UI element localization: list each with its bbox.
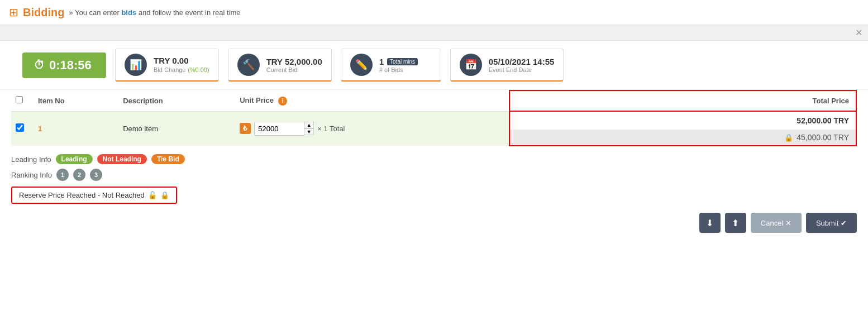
end-date-label: Event End Date	[489, 66, 555, 73]
currency-icon: ₺	[240, 123, 251, 134]
current-bid-label: Current Bid	[266, 66, 322, 73]
page-subtitle: » You can enter bids and follow the even…	[69, 8, 240, 17]
ranking-info-row: Ranking Info 1 2 3	[11, 169, 857, 181]
col-description: Description	[118, 90, 235, 111]
ranking-info-label: Ranking Info	[11, 171, 52, 179]
table-section: Item No Description Unit Price i Total P…	[0, 90, 868, 146]
info-icon[interactable]: i	[278, 97, 287, 106]
stat-card-current-bid: 🔨 TRY 52,000.00 Current Bid	[228, 49, 332, 82]
stat-card-end-date: 📅 05/10/2021 14:55 Event End Date	[450, 49, 564, 82]
row-unit-price-cell: ₺ ▲ ▼ × 1 Total	[235, 111, 509, 146]
bid-change-extra: (%0.00)	[188, 66, 209, 73]
reserve-price-text: Reserve Price Reached - Not Reached	[19, 191, 145, 199]
row-checkbox[interactable]	[16, 123, 24, 132]
price-stepper: ▲ ▼	[304, 122, 314, 135]
top-bar: ✕	[0, 25, 868, 41]
badge-not-leading: Not Leading	[97, 154, 147, 164]
calendar-icon: 📅	[460, 54, 482, 76]
leading-info-row: Leading Info Leading Not Leading Tie Bid	[11, 154, 857, 164]
row-checkbox-cell	[11, 111, 34, 146]
reserve-price-box: Reserve Price Reached - Not Reached 🔓 🔒	[11, 187, 177, 204]
stat-card-bid-change: 📊 TRY 0.00 Bid Change (%0.00)	[115, 49, 219, 82]
edit-icon: ✏️	[350, 54, 373, 76]
col-item-no: Item No	[34, 90, 118, 111]
multiplier-label: × 1 Total	[317, 125, 345, 133]
grid-icon: ⊞	[9, 6, 18, 19]
lock-icon: 🔒	[784, 133, 793, 142]
download-button[interactable]: ⬇	[699, 213, 721, 233]
action-bar: ⬇ ⬆ Cancel ✕ Submit ✔	[0, 207, 868, 238]
timer-box: ⏱ 0:18:56	[22, 52, 106, 78]
page-header: ⊞ Bidding » You can enter bids and follo…	[0, 0, 868, 25]
rank-badge-3: 3	[90, 169, 102, 181]
stat-card-num-bids: ✏️ 1 Total mins # of Bids	[341, 49, 441, 82]
num-bids-value: 1	[379, 57, 384, 66]
end-date-value: 05/10/2021 14:55	[489, 57, 555, 66]
stepper-up[interactable]: ▲	[304, 122, 314, 128]
bid-change-label: Bid Change	[154, 66, 186, 73]
leading-info-label: Leading Info	[11, 155, 51, 164]
row-description: Demo item	[118, 111, 235, 146]
bar-chart-icon: 📊	[125, 54, 147, 76]
close-icon[interactable]: ✕	[855, 27, 862, 38]
gavel-icon: 🔨	[237, 54, 260, 76]
upload-button[interactable]: ⬆	[725, 213, 746, 233]
stepper-down[interactable]: ▼	[304, 128, 314, 135]
unlock-icon: 🔓	[148, 191, 157, 199]
rank-badge-2: 2	[73, 169, 85, 181]
num-bids-label: # of Bids	[379, 66, 418, 73]
current-bid-value: TRY 52,000.00	[266, 57, 322, 66]
cancel-button[interactable]: Cancel ✕	[751, 213, 802, 233]
lock-icon-reserve: 🔒	[160, 191, 169, 199]
timer-value: 0:18:56	[49, 58, 92, 73]
page-title: Bidding	[23, 6, 64, 19]
items-table: Item No Description Unit Price i Total P…	[11, 90, 857, 146]
badge-leading: Leading	[56, 154, 93, 164]
submit-button[interactable]: Submit ✔	[806, 213, 857, 233]
badge-tie-bid: Tie Bid	[151, 154, 185, 164]
bid-change-value: TRY 0.00	[154, 56, 209, 65]
stats-row: ⏱ 0:18:56 📊 TRY 0.00 Bid Change (%0.00) …	[0, 41, 868, 90]
select-all-checkbox[interactable]	[16, 96, 23, 103]
row-item-no: 1	[34, 111, 118, 146]
table-row: 1 Demo item ₺ ▲ ▼ × 1 Total	[11, 111, 856, 146]
total-price-locked: 🔒 45,000.00 TRY	[510, 130, 856, 145]
row-total-price-cell: 52,000.00 TRY 🔒 45,000.00 TRY	[509, 111, 856, 146]
footer-info: Leading Info Leading Not Leading Tie Bid…	[0, 146, 868, 207]
price-input[interactable]	[254, 122, 304, 136]
total-price-value: 52,000.00 TRY	[510, 112, 856, 130]
col-total-price: Total Price	[509, 90, 856, 111]
total-mins-badge: Total mins	[387, 58, 418, 65]
clock-icon: ⏱	[34, 59, 45, 71]
rank-badge-1: 1	[56, 169, 69, 181]
col-unit-price: Unit Price i	[235, 90, 509, 111]
